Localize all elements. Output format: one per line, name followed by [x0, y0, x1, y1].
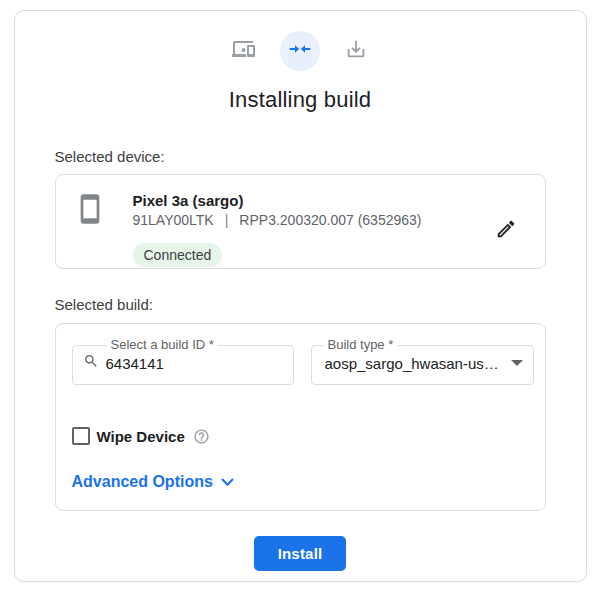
step-install-build-active	[280, 31, 320, 71]
stepper	[55, 11, 546, 71]
selected-build-label: Selected build:	[55, 296, 546, 314]
advanced-options-toggle[interactable]: Advanced Options	[72, 473, 535, 491]
build-type-field[interactable]: Build type * aosp_sargo_hwasan-user...	[311, 338, 534, 385]
build-id-input[interactable]	[106, 355, 256, 372]
selected-device-label: Selected device:	[55, 148, 546, 166]
wipe-device-row: Wipe Device	[72, 427, 535, 445]
step-download	[336, 31, 376, 71]
dropdown-arrow-icon	[511, 360, 523, 366]
device-build-version: RPP3.200320.007 (6352963)	[239, 212, 421, 228]
status-badge: Connected	[133, 243, 223, 267]
download-icon	[345, 38, 367, 64]
build-fields-row: Select a build ID * Build type * aosp_sa	[72, 338, 535, 385]
wipe-device-checkbox[interactable]	[72, 427, 90, 445]
chevron-down-icon	[213, 473, 234, 491]
build-id-field[interactable]: Select a build ID *	[72, 338, 294, 385]
devices-icon	[232, 37, 256, 65]
search-icon	[83, 353, 99, 373]
device-name: Pixel 3a (sargo)	[133, 193, 422, 209]
advanced-options-label: Advanced Options	[72, 473, 213, 491]
build-card: Select a build ID * Build type * aosp_sa	[55, 323, 546, 511]
device-details-separator: |	[225, 212, 229, 228]
device-info: Pixel 3a (sargo) 91LAY00LTK|RPP3.200320.…	[133, 193, 422, 267]
build-type-label: Build type *	[324, 338, 398, 352]
help-icon[interactable]	[193, 428, 210, 445]
device-details: 91LAY00LTK|RPP3.200320.007 (6352963)	[133, 213, 422, 228]
device-serial: 91LAY00LTK	[133, 212, 214, 228]
install-build-dialog: Installing build Selected device: Pixel …	[14, 10, 587, 582]
build-type-value: aosp_sargo_hwasan-user...	[325, 355, 505, 372]
pencil-icon	[495, 218, 517, 243]
install-button[interactable]: Install	[254, 536, 347, 571]
build-id-label: Select a build ID *	[107, 338, 218, 352]
edit-device-button[interactable]	[491, 214, 521, 247]
step-select-device	[224, 31, 264, 71]
page-title: Installing build	[55, 87, 546, 113]
transfer-arrows-icon	[288, 37, 312, 65]
wipe-device-label: Wipe Device	[97, 428, 185, 445]
device-card: Pixel 3a (sargo) 91LAY00LTK|RPP3.200320.…	[55, 174, 546, 269]
dialog-footer: Install	[55, 536, 546, 571]
smartphone-icon	[74, 193, 106, 229]
